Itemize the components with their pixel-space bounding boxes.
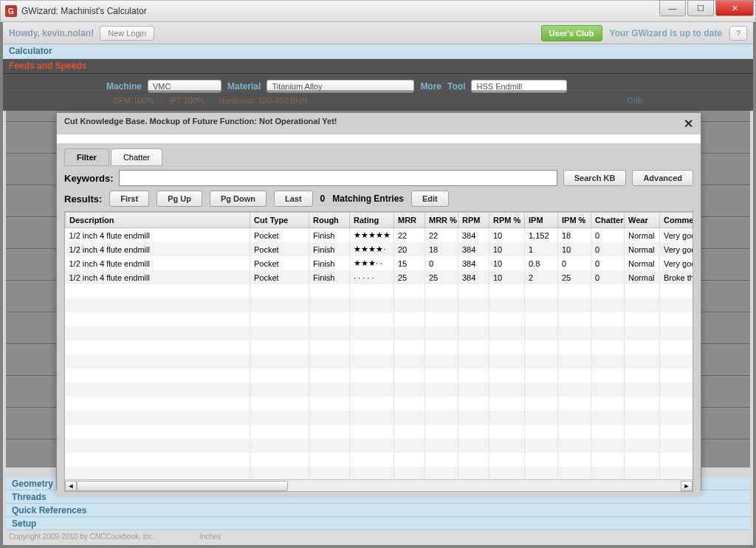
title-bar: G GWizard: Machinist's Calculator — ☐ ✕	[0, 0, 756, 22]
table-row	[66, 284, 694, 298]
table-row	[66, 298, 694, 312]
help-button[interactable]: ?	[729, 26, 747, 41]
welcome-text: Howdy, kevin.nolan!	[9, 28, 94, 38]
results-table-wrap: DescriptionCut TypeRoughRatingMRRMRR %RP…	[64, 211, 693, 492]
tab-filter[interactable]: Filter	[64, 148, 109, 166]
first-button[interactable]: First	[109, 191, 149, 207]
cut-kb-dialog: Cut Knowledge Base. Mockup of Future Fun…	[56, 112, 701, 490]
edit-button[interactable]: Edit	[411, 191, 449, 207]
users-club-button[interactable]: User's Club	[541, 25, 602, 41]
scroll-left-icon[interactable]: ◄	[65, 481, 77, 491]
col-header[interactable]: Chatter	[591, 213, 625, 228]
results-label: Results:	[64, 193, 102, 205]
col-header[interactable]: Rough	[309, 213, 350, 228]
col-header[interactable]: Wear	[625, 213, 660, 228]
app-icon: G	[5, 5, 17, 17]
scroll-right-icon[interactable]: ►	[681, 481, 693, 491]
table-row	[66, 383, 694, 397]
table-row[interactable]: 1/2 inch 4 flute endmillPocketFinish★★★·…	[66, 256, 694, 270]
horizontal-scrollbar[interactable]: ◄ ►	[65, 479, 693, 491]
nav-setup[interactable]: Setup	[6, 517, 750, 530]
table-row[interactable]: 1/2 inch 4 flute endmillPocketFinish★★★★…	[66, 228, 694, 243]
nav-quick-references[interactable]: Quick References	[6, 504, 750, 517]
table-row	[66, 326, 694, 340]
keywords-input[interactable]	[119, 170, 557, 186]
keywords-label: Keywords:	[64, 173, 113, 184]
window-title: GWizard: Machinist's Calculator	[21, 6, 147, 16]
col-header[interactable]: MRR %	[425, 213, 458, 228]
table-row	[66, 425, 694, 439]
table-row[interactable]: 1/2 inch 4 flute endmillPocketFinish★★★★…	[66, 242, 694, 256]
table-row[interactable]: 1/2 inch 4 flute endmillPocketFinish· · …	[66, 270, 694, 284]
top-bar: Howdy, kevin.nolan! New Login User's Clu…	[3, 22, 753, 44]
table-row	[66, 355, 694, 369]
tab-chatter[interactable]: Chatter	[111, 148, 162, 166]
col-header[interactable]: Comment	[660, 213, 694, 228]
matching-label: Matching Entries	[332, 193, 404, 204]
update-status: Your GWizard is up to date	[610, 28, 722, 38]
table-row	[66, 312, 694, 326]
advanced-button[interactable]: Advanced	[632, 170, 693, 186]
units-text: Inches	[199, 532, 221, 543]
col-header[interactable]: RPM	[458, 213, 489, 228]
search-kb-button[interactable]: Search KB	[563, 170, 627, 186]
col-header[interactable]: Description	[66, 213, 250, 228]
pgup-button[interactable]: Pg Up	[157, 191, 202, 207]
col-header[interactable]: RPM %	[489, 213, 525, 228]
copyright-text: Copyright 2009-2010 by CNCCookbook, Inc.	[9, 532, 155, 543]
pgdown-button[interactable]: Pg Down	[210, 191, 267, 207]
table-row	[66, 340, 694, 355]
footer: Copyright 2009-2010 by CNCCookbook, Inc.…	[3, 530, 753, 545]
col-header[interactable]: Rating	[350, 213, 394, 228]
nav-calculator[interactable]: Calculator	[3, 44, 753, 59]
col-header[interactable]: IPM	[525, 213, 558, 228]
table-row	[66, 439, 694, 453]
results-table: DescriptionCut TypeRoughRatingMRRMRR %RP…	[65, 212, 693, 481]
table-row	[66, 411, 694, 425]
dialog-close-icon[interactable]: ✕	[684, 117, 693, 131]
nav-feeds-speeds[interactable]: Feeds and Speeds	[3, 59, 753, 74]
table-row	[66, 369, 694, 383]
table-row	[66, 397, 694, 411]
col-header[interactable]: MRR	[394, 213, 425, 228]
dialog-title: Cut Knowledge Base. Mockup of Future Fun…	[64, 117, 337, 131]
table-row	[66, 453, 694, 467]
col-header[interactable]: Cut Type	[250, 213, 309, 228]
last-button[interactable]: Last	[274, 191, 313, 207]
close-button[interactable]: ✕	[715, 0, 754, 16]
minimize-button[interactable]: —	[659, 0, 686, 16]
col-header[interactable]: IPM %	[558, 213, 591, 228]
result-count: 0	[320, 193, 326, 204]
new-login-button[interactable]: New Login	[100, 26, 154, 41]
maximize-button[interactable]: ☐	[687, 0, 714, 16]
